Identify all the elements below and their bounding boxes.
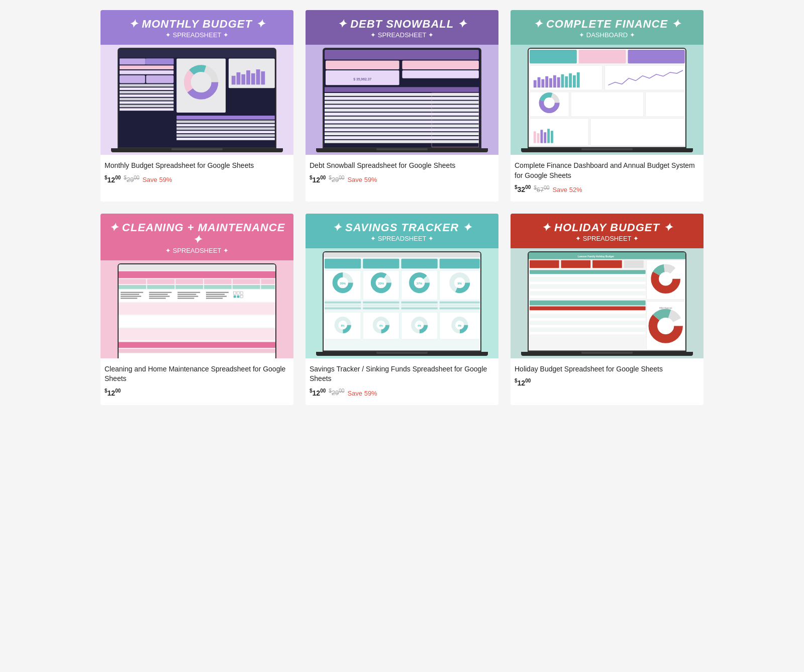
product-card-cleaning-maintenance[interactable]: ✦ CLEANING + MAINTENANCE ✦ ✦ SPREADSHEET… [100,214,293,405]
svg-rect-164 [439,259,479,269]
svg-rect-160 [324,252,481,257]
laptop-mockup: 35% 33% 37% 9% [323,251,482,355]
laptop-base [521,148,693,152]
price-original: $2900 [329,175,344,183]
svg-rect-146 [119,354,276,358]
svg-rect-55 [325,109,479,112]
svg-rect-4 [146,59,173,65]
product-card-savings-tracker[interactable]: ✦ SAVINGS TRACKER ✦ ✦ SPREADSHEET ✦ [306,214,498,405]
banner-subtitle: ✦ SPREADSHEET ✦ [312,31,492,39]
banner-text: ✦ COMPLETE FINANCE ✦ [533,18,681,30]
product-banner: ✦ DEBT SNOWBALL ✦ ✦ SPREADSHEET ✦ [306,10,498,45]
svg-rect-128 [121,292,143,293]
product-card-holiday-budget[interactable]: ✦ HOLIDAY BUDGET ✦ ✦ SPREADSHEET ✦ [511,214,703,405]
svg-rect-126 [119,316,276,327]
svg-rect-25 [241,74,245,85]
laptop-notch [581,148,633,150]
svg-rect-34 [176,131,274,133]
svg-rect-23 [231,76,235,85]
product-title: Monthly Budget Spreadsheet for Google Sh… [105,161,289,171]
svg-rect-162 [363,259,399,269]
product-banner: ✦ COMPLETE FINANCE ✦ ✦ DASHBOARD ✦ [511,10,703,45]
svg-rect-183 [325,308,361,310]
svg-text:4%: 4% [418,325,422,327]
svg-rect-15 [120,105,174,108]
svg-rect-186 [363,308,399,310]
svg-rect-31 [176,121,274,123]
product-info: Debt Snowball Spreadsheet for Google She… [306,155,498,191]
svg-rect-124 [119,290,276,302]
svg-rect-241 [530,329,646,331]
product-card-monthly-budget[interactable]: ✦ MONTHLY BUDGET ✦ ✦ SPREADSHEET ✦ [100,10,293,202]
laptop-notch [171,148,223,150]
svg-rect-53 [325,101,479,104]
svg-rect-33 [176,128,274,130]
product-card-debt-snowball[interactable]: ✦ DEBT SNOWBALL ✦ ✦ SPREADSHEET ✦ [306,10,498,202]
svg-rect-231 [530,289,646,291]
svg-rect-233 [530,296,646,298]
svg-rect-87 [573,75,576,87]
svg-rect-10 [120,87,174,90]
product-image-wrap: ✦ COMPLETE FINANCE ✦ ✦ DASHBOARD ✦ [511,10,703,155]
svg-rect-59 [325,125,479,128]
svg-rect-56 [325,113,479,116]
svg-rect-187 [401,302,437,304]
product-image-inner: ✦ CLEANING + MAINTENANCE ✦ ✦ SPREADSHEET… [100,214,293,358]
laptop-base [316,148,488,152]
banner-text: ✦ MONTHLY BUDGET ✦ [129,18,265,30]
svg-rect-78 [537,77,540,88]
svg-rect-114 [175,279,203,284]
laptop-base [316,352,488,356]
price-current: $1200 [105,388,121,397]
svg-rect-11 [120,91,174,93]
banner-subtitle: ✦ SPREADSHEET ✦ [107,247,287,254]
svg-rect-229 [530,282,646,284]
svg-rect-57 [325,117,479,120]
product-grid: ✦ MONTHLY BUDGET ✦ ✦ SPREADSHEET ✦ [100,10,703,405]
svg-rect-84 [561,74,564,87]
svg-rect-58 [325,121,479,124]
svg-rect-188 [401,305,437,307]
laptop-screen-inner: Lawson Family Holiday Budget [529,252,686,350]
svg-rect-6 [120,70,174,74]
svg-rect-100 [544,132,546,143]
banner-title: ✦ DEBT SNOWBALL ✦ [312,18,492,30]
svg-rect-44 [325,50,479,60]
laptop-notch [376,148,428,150]
svg-rect-140 [206,292,229,293]
svg-rect-145 [119,349,276,353]
product-card-finance-dashboard[interactable]: ✦ COMPLETE FINANCE ✦ ✦ DASHBOARD ✦ [511,10,703,202]
product-title: Cleaning and Home Maintenance Spreadshee… [105,364,289,384]
price-current: $1200 [310,175,326,184]
product-info: Cleaning and Home Maintenance Spreadshee… [100,358,293,405]
svg-rect-132 [149,292,171,293]
product-banner: ✦ HOLIDAY BUDGET ✦ ✦ SPREADSHEET ✦ [511,214,703,248]
svg-rect-32 [176,124,274,127]
svg-rect-221 [624,260,643,268]
banner-title: ✦ MONTHLY BUDGET ✦ [107,18,287,30]
svg-rect-191 [439,305,479,307]
svg-rect-230 [530,285,646,288]
svg-rect-77 [533,80,536,88]
svg-rect-29 [261,71,265,84]
svg-text:Lawson Family Holiday Budget: Lawson Family Holiday Budget [577,255,614,258]
svg-rect-49 [402,70,478,78]
price-row: $3200 $6700 Save 52% [515,184,699,194]
svg-rect-232 [530,292,646,295]
svg-rect-181 [325,302,361,304]
svg-rect-141 [206,294,225,295]
laptop-screen [118,263,277,358]
product-info: Complete Finance Dashboard and Annual Bu… [511,155,703,202]
svg-rect-182 [325,305,361,307]
svg-rect-190 [439,302,479,304]
product-banner: ✦ MONTHLY BUDGET ✦ ✦ SPREADSHEET ✦ [100,10,293,45]
svg-rect-123 [261,285,274,289]
price-save: Save 59% [142,176,172,183]
price-save: Save 59% [347,390,377,397]
svg-rect-144 [119,342,276,348]
svg-rect-1 [119,49,276,58]
svg-rect-86 [569,73,572,87]
svg-rect-240 [530,325,646,328]
banner-title: ✦ COMPLETE FINANCE ✦ [517,18,697,30]
svg-rect-73 [578,50,626,63]
